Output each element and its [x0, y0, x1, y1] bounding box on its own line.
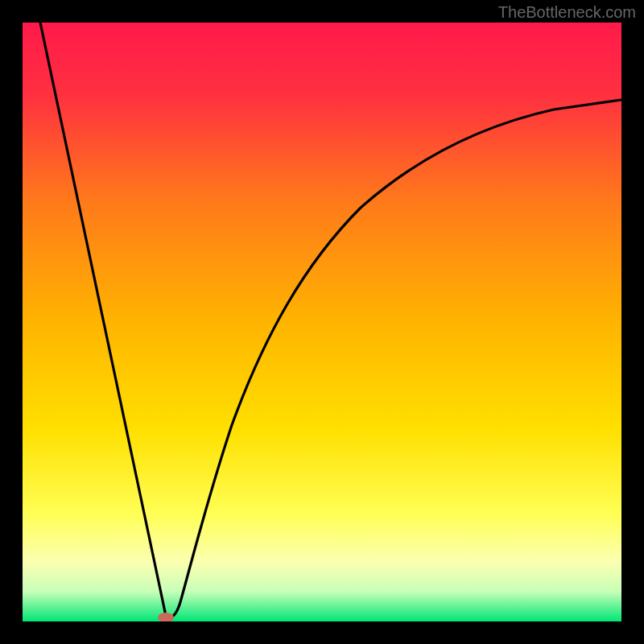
gradient-background [23, 23, 621, 621]
bottleneck-chart [23, 23, 621, 621]
watermark-text: TheBottleneck.com [498, 3, 636, 22]
